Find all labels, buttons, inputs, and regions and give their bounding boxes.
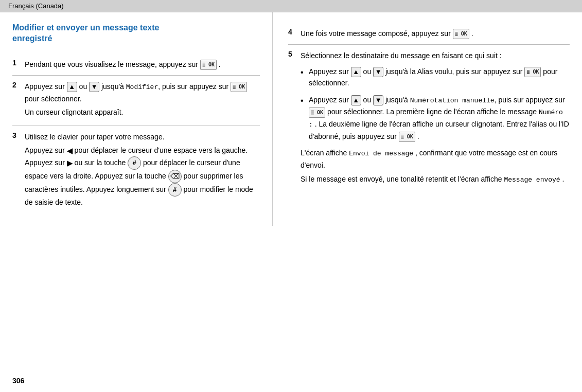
step-4-body: Une fois votre message composé, appuyez … [301,28,570,39]
arrow-up-icon-step2a: ▲ [67,82,77,92]
step-5-body: Sélectionnez le destinataire du message … [301,50,570,187]
main-content: Modifier et envoyer un message texte enr… [0,12,582,226]
step5-para2: Si le message est envoyé, une tonalité r… [301,173,570,186]
hash-button: # [128,156,141,170]
step-3-num: 3 [12,131,25,139]
step-4-row: 4 Une fois votre message composé, appuye… [288,23,570,45]
arrow-right-icon: ▶ [67,157,73,169]
step-3-body: Utilisez le clavier pour taper votre mes… [25,131,260,210]
ok-button-step4: ≣ OK [453,29,469,39]
section-title: Modifier et envoyer un message texte enr… [12,23,260,44]
ok-button-b2a: ≣ OK [309,108,325,118]
bullet-dot-2: • [301,94,309,108]
top-bar: Français (Canada) [0,0,582,12]
numerotation-code: Numérotation manuelle [410,97,495,104]
left-column: Modifier et envoyer un message texte enr… [0,12,273,226]
step-5-row: 5 Sélectionnez le destinataire du messag… [288,45,570,192]
arrow-down-icon-step2a: ▼ [89,82,99,92]
step5-para1: L'écran affiche Envoi de message , confi… [301,147,570,171]
bullet-1-body: Appuyez sur ▲ ou ▼ jusqu'à la Alias voul… [309,66,570,89]
back-button: ⌫ [168,170,182,183]
step-2-body: Appuyez sur ▲ ou ▼ jusqu'à Modifier, pui… [25,81,260,120]
step-3-row: 3 Utilisez le clavier pour taper votre m… [12,126,260,216]
step-2-row: 2 Appuyez sur ▲ ou ▼ jusqu'à Modifier, p… [12,76,260,126]
message-envoye-code: Message envoyé [504,176,560,184]
ok-button-b1: ≣ OK [524,67,541,77]
language-label: Français (Canada) [8,2,64,10]
bullet-1: • Appuyez sur ▲ ou ▼ jusqu'à la Alias vo… [301,66,570,89]
envoi-code: Envoi de message [349,150,413,157]
step-5-num: 5 [288,50,301,58]
step-1-body: Pendant que vous visualisez le message, … [25,59,260,70]
arrow-left-icon: ◀ [67,145,73,156]
arrow-down-icon-b2: ▼ [373,95,383,105]
arrow-up-icon-b2: ▲ [351,95,361,105]
ok-button-step2: ≣ OK [231,82,247,92]
bullet-2: • Appuyez sur ▲ ou ▼ jusqu'à Numérotatio… [301,94,570,142]
arrow-down-icon-b1: ▼ [373,67,383,77]
bullet-2-body: Appuyez sur ▲ ou ▼ jusqu'à Numérotation … [309,94,570,142]
right-column: 4 Une fois votre message composé, appuye… [273,12,582,226]
arrow-up-icon-b1: ▲ [351,67,361,77]
step-2-num: 2 [12,81,25,89]
step-4-num: 4 [288,28,301,36]
step-1-row: 1 Pendant que vous visualisez le message… [12,54,260,76]
hash-button-2: # [168,183,182,197]
page-number: 306 [12,377,24,385]
step-1-num: 1 [12,59,25,67]
bullet-dot-1: • [301,66,309,79]
ok-button-b2b: ≣ OK [399,132,415,142]
ok-button-step1: ≣ OK [200,60,217,70]
modifier-code: Modifier [126,83,158,91]
